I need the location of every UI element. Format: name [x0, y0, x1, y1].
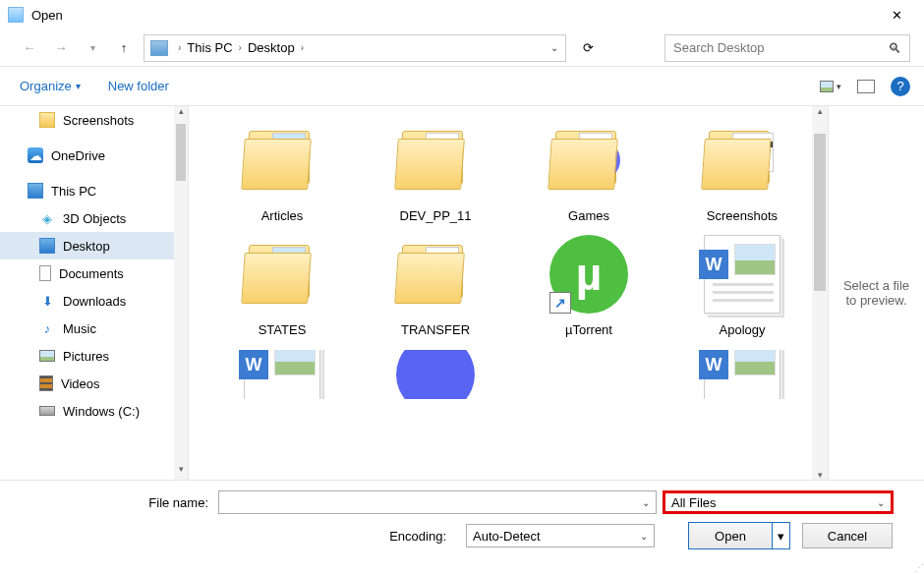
refresh-button[interactable]: ⟳: [574, 34, 602, 62]
item-transfer[interactable]: TRANSFER: [362, 230, 509, 340]
search-input[interactable]: Search Desktop 🔍︎: [664, 34, 910, 62]
scroll-thumb[interactable]: [814, 134, 826, 291]
shortcut-arrow-icon: ↗: [549, 292, 571, 314]
item-apology[interactable]: W Apology: [668, 230, 816, 340]
tree-label: OneDrive: [51, 148, 105, 163]
open-button-group: Open ▾: [688, 522, 790, 549]
file-type-filter[interactable]: All Files ⌄: [663, 490, 894, 514]
item-row3-3[interactable]: W: [668, 350, 816, 399]
pc-icon: [150, 40, 168, 56]
scroll-down-icon[interactable]: ▾: [179, 464, 184, 480]
open-button[interactable]: Open: [689, 523, 772, 548]
item-articles[interactable]: Articles: [208, 116, 356, 226]
close-icon: ✕: [892, 8, 902, 23]
cancel-button[interactable]: Cancel: [802, 523, 893, 548]
scroll-up-icon[interactable]: ▴: [179, 106, 184, 122]
address-dropdown[interactable]: ⌄: [544, 42, 565, 53]
folder-icon: [243, 241, 321, 308]
item-label: µTorrent: [565, 322, 612, 340]
videos-icon: [39, 375, 53, 391]
item-label: STATES: [259, 322, 307, 340]
tree-documents[interactable]: Documents: [0, 259, 188, 287]
word-doc-icon: W: [704, 350, 780, 399]
preview-pane-toggle[interactable]: [855, 77, 877, 96]
scroll-down-icon[interactable]: ▾: [818, 470, 823, 480]
crumb-this-pc[interactable]: This PC: [185, 40, 234, 55]
tree-desktop[interactable]: Desktop: [0, 232, 188, 259]
tree-onedrive[interactable]: ☁OneDrive: [0, 142, 188, 169]
organize-label: Organize: [20, 79, 72, 93]
chevron-down-icon[interactable]: ⌄: [640, 531, 648, 542]
chevron-down-icon[interactable]: ⌄: [877, 497, 885, 508]
scroll-thumb[interactable]: [176, 124, 186, 181]
preview-text: Select a file to preview.: [837, 278, 916, 308]
item-row3-2[interactable]: [515, 350, 663, 399]
tree-scrollbar[interactable]: ▴ ▾: [174, 106, 188, 480]
tree-label: 3D Objects: [63, 211, 126, 226]
organize-menu[interactable]: Organize ▾: [20, 79, 81, 93]
search-placeholder: Search Desktop: [673, 40, 765, 55]
folder-icon: [549, 127, 628, 194]
notepad-icon: [8, 7, 24, 23]
filter-value: All Files: [671, 495, 717, 510]
open-split-button[interactable]: ▾: [772, 523, 789, 548]
recent-dropdown[interactable]: ▾: [81, 36, 104, 60]
item-row3-0[interactable]: W: [208, 350, 356, 399]
new-folder-button[interactable]: New folder: [108, 79, 169, 93]
file-scrollbar[interactable]: ▴ ▾: [812, 106, 828, 480]
window-title: Open: [31, 8, 63, 23]
chevron-right-icon[interactable]: ›: [174, 42, 185, 53]
tree-pictures[interactable]: Pictures: [0, 342, 188, 370]
resize-grip-icon[interactable]: ⋰: [914, 562, 922, 573]
refresh-icon: ⟳: [583, 40, 594, 55]
back-button[interactable]: ←: [18, 36, 41, 60]
word-doc-icon: W: [704, 235, 780, 314]
arrow-left-icon: ←: [24, 40, 36, 55]
item-label: Screenshots: [707, 208, 778, 226]
item-row3-1[interactable]: [362, 350, 509, 399]
filename-input[interactable]: ⌄: [218, 490, 657, 514]
chevron-down-icon: ⌄: [550, 42, 558, 53]
chevron-right-icon[interactable]: ›: [235, 42, 246, 53]
item-screenshots[interactable]: Screenshots: [668, 116, 816, 226]
tree-videos[interactable]: Videos: [0, 370, 188, 397]
up-button[interactable]: ↑: [112, 36, 136, 60]
item-label: Games: [568, 208, 609, 226]
crumb-desktop[interactable]: Desktop: [246, 40, 297, 55]
item-utorrent[interactable]: µ↗ µTorrent: [515, 230, 663, 340]
scroll-up-icon[interactable]: ▴: [818, 106, 823, 116]
file-list[interactable]: Articles DEV_PP_11 Games Screenshots STA…: [189, 106, 828, 480]
encoding-select[interactable]: Auto-Detect ⌄: [466, 524, 655, 547]
chevron-right-icon[interactable]: ›: [297, 42, 308, 53]
forward-button[interactable]: →: [49, 36, 73, 60]
drive-icon: [39, 406, 55, 416]
chevron-down-icon: ▾: [76, 81, 81, 91]
tree-downloads[interactable]: ⬇Downloads: [0, 287, 188, 315]
tree-label: Windows (C:): [63, 404, 140, 419]
footer-bar: File name: ⌄ All Files ⌄ Encoding: Auto-…: [0, 480, 924, 563]
filename-label: File name:: [14, 495, 218, 510]
help-button[interactable]: ?: [891, 77, 910, 96]
tree-3d-objects[interactable]: ◈3D Objects: [0, 204, 188, 232]
tree-this-pc[interactable]: This PC: [0, 177, 188, 204]
tree-windows-c[interactable]: Windows (C:): [0, 397, 188, 425]
tree-music[interactable]: ♪Music: [0, 315, 188, 342]
utorrent-icon: µ↗: [549, 235, 628, 314]
title-bar: Open ✕: [0, 0, 924, 29]
chevron-down-icon[interactable]: ⌄: [642, 497, 650, 508]
tree-screenshots[interactable]: Screenshots: [0, 106, 188, 134]
item-label: Articles: [261, 208, 304, 226]
help-icon: ?: [896, 79, 903, 93]
tree-label: Documents: [59, 266, 124, 281]
main-area: Screenshots ☁OneDrive This PC ◈3D Object…: [0, 106, 924, 480]
tree-label: Videos: [61, 376, 100, 391]
nav-tree[interactable]: Screenshots ☁OneDrive This PC ◈3D Object…: [0, 106, 189, 480]
view-menu[interactable]: ▾: [820, 77, 841, 96]
close-button[interactable]: ✕: [877, 3, 916, 27]
pc-icon: [28, 183, 43, 199]
preview-pane-icon: [857, 80, 875, 93]
item-dev-pp-11[interactable]: DEV_PP_11: [362, 116, 509, 226]
address-bar[interactable]: › This PC › Desktop › ⌄: [144, 34, 566, 62]
item-states[interactable]: STATES: [208, 230, 356, 340]
item-games[interactable]: Games: [515, 116, 663, 226]
